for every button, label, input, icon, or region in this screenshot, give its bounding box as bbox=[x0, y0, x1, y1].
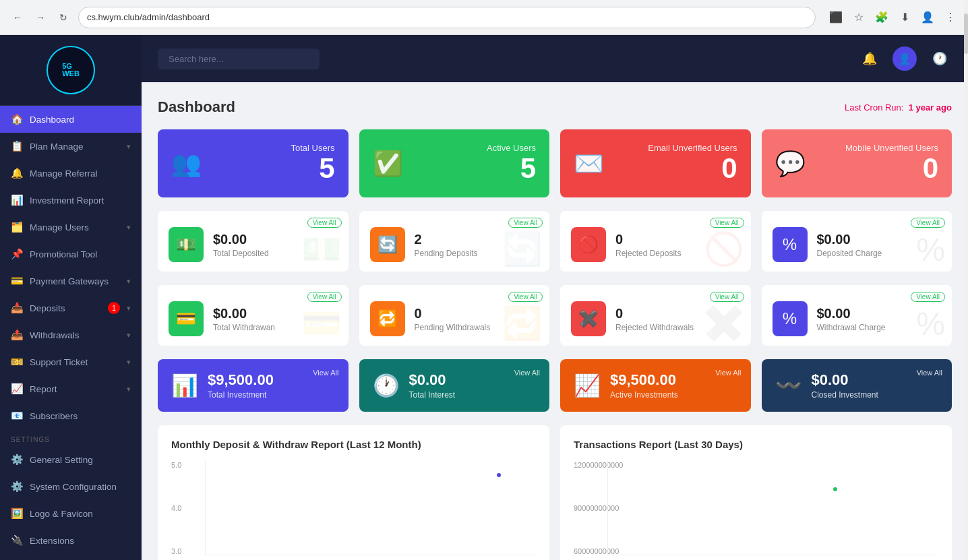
stat-icon-total-users: 👥 bbox=[171, 150, 202, 178]
stat-value-mobile-unverified: 0 bbox=[816, 153, 939, 184]
sidebar-item-logo-favicon[interactable]: 🖼️ Logo & Favicon bbox=[0, 500, 142, 527]
clock-icon[interactable]: 🕐 bbox=[928, 46, 952, 71]
stat-card-mobile-unverified: 💬 Mobile Unverified Users 0 bbox=[762, 129, 952, 197]
back-button[interactable]: ← bbox=[8, 8, 27, 27]
sidebar-item-payment-gateways[interactable]: 💳 Payment Gateways ▾ bbox=[0, 268, 142, 294]
nav-label-subscribers: Subscribers bbox=[30, 411, 131, 421]
metric-card-rejected-deposits: View All 🚫 0 Rejected Deposits 🚫 bbox=[560, 211, 751, 272]
nav-icon-plan-manage: 📋 bbox=[11, 140, 23, 152]
scrollbar-thumb[interactable] bbox=[964, 35, 968, 54]
settings-label-general-setting: General Setting bbox=[30, 455, 131, 465]
metric-bg-icon-deposited-charge: % bbox=[916, 231, 945, 268]
y-label: 5.0 bbox=[171, 461, 181, 469]
sidebar-item-general-setting[interactable]: ⚙️ General Setting bbox=[0, 446, 142, 473]
forward-button[interactable]: → bbox=[31, 8, 50, 27]
stat-info-total-users: Total Users 5 bbox=[212, 143, 335, 184]
refresh-button[interactable]: ↻ bbox=[54, 8, 73, 27]
invest-icon-active-investments: 📈 bbox=[574, 373, 601, 398]
invest-view-all-closed-investment[interactable]: View All bbox=[917, 369, 942, 377]
metric-icon-pending-deposits: 🔄 bbox=[370, 227, 405, 262]
profile-icon[interactable]: 👤 bbox=[918, 8, 937, 27]
nav-label-investment-report: Investment Report bbox=[30, 195, 131, 206]
invest-icon-total-investment: 📊 bbox=[171, 373, 198, 398]
page-title: Dashboard bbox=[158, 98, 235, 116]
investment-cards-row: 📊 $9,500.00 Total Investment View All 🕐 … bbox=[158, 359, 952, 412]
metric-bg-icon-pending-deposits: 🔄 bbox=[502, 230, 543, 268]
view-all-rejected-deposits[interactable]: View All bbox=[710, 218, 744, 228]
stat-value-active-users: 5 bbox=[414, 153, 537, 184]
star-icon[interactable]: ☆ bbox=[849, 8, 868, 27]
menu-icon[interactable]: ⋮ bbox=[941, 8, 960, 27]
metric-info-pending-withdrawals: 0 Pending Withdrawals bbox=[415, 306, 491, 332]
screenshot-icon[interactable]: ⬛ bbox=[826, 8, 845, 27]
metric-value-deposited-charge: $0.00 bbox=[817, 232, 882, 247]
stat-value-total-users: 5 bbox=[212, 153, 335, 184]
deposit-cards-row: View All 💵 $0.00 Total Deposited 💵 View … bbox=[158, 211, 952, 272]
nav-icon-dashboard: 🏠 bbox=[11, 113, 23, 125]
sidebar-item-dashboard[interactable]: 🏠 Dashboard bbox=[0, 106, 142, 133]
view-all-withdrawal-charge[interactable]: View All bbox=[911, 292, 945, 302]
invest-view-all-total-investment[interactable]: View All bbox=[313, 369, 338, 377]
sidebar-item-manage-referral[interactable]: 🔔 Manage Referral bbox=[0, 160, 142, 187]
sidebar-item-system-configuration[interactable]: ⚙️ System Configuration bbox=[0, 473, 142, 500]
view-all-deposited-charge[interactable]: View All bbox=[911, 218, 945, 228]
scrollbar-track[interactable] bbox=[964, 35, 968, 560]
view-all-pending-withdrawals[interactable]: View All bbox=[508, 292, 543, 302]
invest-view-all-total-interest[interactable]: View All bbox=[514, 369, 540, 377]
dashboard-area: Dashboard Last Cron Run: 1 year ago 👥 To… bbox=[142, 82, 968, 560]
cron-prefix: Last Cron Run: bbox=[845, 102, 903, 113]
transactions-chart-title: Transactions Report (Last 30 Days) bbox=[574, 439, 938, 450]
metric-card-total-withdrawan: View All 💳 $0.00 Total Withdrawan 💳 bbox=[158, 285, 349, 346]
invest-view-all-active-investments[interactable]: View All bbox=[715, 369, 741, 377]
invest-card-total-interest: 🕐 $0.00 Total Interest View All bbox=[359, 359, 550, 412]
sidebar-item-promotional-tool[interactable]: 📌 Promotional Tool bbox=[0, 241, 142, 268]
metric-value-total-withdrawan: $0.00 bbox=[213, 306, 275, 321]
view-all-pending-deposits[interactable]: View All bbox=[508, 218, 543, 228]
nav-label-report: Report bbox=[30, 384, 120, 394]
monthly-chart-area: 5.04.03.0 bbox=[171, 461, 536, 555]
invest-card-closed-investment: 〰️ $0.00 Closed Investment View All bbox=[762, 359, 952, 412]
sidebar-item-report[interactable]: 📈 Report ▾ bbox=[0, 375, 142, 402]
charts-row: Monthly Deposit & Withdraw Report (Last … bbox=[158, 425, 952, 560]
extensions-icon[interactable]: 🧩 bbox=[872, 8, 891, 27]
sidebar-item-support-ticket[interactable]: 🎫 Support Ticket ▾ bbox=[0, 348, 142, 375]
user-avatar[interactable]: 👤 bbox=[893, 46, 917, 71]
dash-header: Dashboard Last Cron Run: 1 year ago bbox=[158, 98, 952, 116]
sidebar-item-manage-users[interactable]: 🗂️ Manage Users ▾ bbox=[0, 214, 142, 241]
sidebar-item-subscribers[interactable]: 📧 Subscribers bbox=[0, 402, 142, 429]
stat-card-email-unverified: ✉️ Email Unverified Users 0 bbox=[560, 129, 751, 197]
settings-label-logo-favicon: Logo & Favicon bbox=[30, 509, 131, 519]
view-all-total-withdrawan[interactable]: View All bbox=[307, 292, 342, 302]
browser-nav-buttons: ← → ↻ bbox=[8, 8, 73, 27]
metric-card-deposited-charge: View All % $0.00 Deposited Charge % bbox=[762, 211, 952, 272]
sidebar-item-withdrawals[interactable]: 📤 Withdrawals ▾ bbox=[0, 321, 142, 348]
nav-icon-support-ticket: 🎫 bbox=[11, 356, 23, 368]
nav-label-dashboard: Dashboard bbox=[30, 115, 131, 125]
sidebar-item-deposits[interactable]: 📥 Deposits 1 ▾ bbox=[0, 294, 142, 321]
view-all-total-deposited[interactable]: View All bbox=[307, 218, 342, 228]
metric-info-total-deposited: $0.00 Total Deposited bbox=[213, 232, 269, 258]
sidebar-item-extensions[interactable]: 🔌 Extensions bbox=[0, 527, 142, 554]
metric-value-rejected-deposits: 0 bbox=[615, 232, 681, 247]
nav-badge-deposits: 1 bbox=[108, 302, 120, 314]
address-bar[interactable]: cs.hwym.club/admin/dashboard bbox=[78, 7, 816, 28]
metric-card-rejected-withdrawals: View All ✖️ 0 Rejected Withdrawals ✖️ bbox=[560, 285, 751, 346]
metric-bg-icon-total-deposited: 💵 bbox=[301, 230, 342, 268]
monthly-chart-card: Monthly Deposit & Withdraw Report (Last … bbox=[158, 425, 549, 560]
nav-icon-report: 📈 bbox=[11, 383, 23, 395]
notification-bell[interactable]: 🔔 bbox=[857, 46, 882, 71]
search-input[interactable] bbox=[158, 49, 320, 69]
invest-label-closed-investment: Closed Investment bbox=[812, 390, 939, 400]
download-icon[interactable]: ⬇ bbox=[895, 8, 914, 27]
sidebar-item-plan-manage[interactable]: 📋 Plan Manage ▾ bbox=[0, 133, 142, 160]
nav-label-promotional-tool: Promotional Tool bbox=[30, 249, 131, 259]
top-header: 🔔 👤 🕐 bbox=[142, 35, 968, 82]
settings-icon-general-setting: ⚙️ bbox=[11, 454, 23, 466]
stat-cards-row: 👥 Total Users 5 ✅ Active Users 5 ✉️ Emai… bbox=[158, 129, 952, 197]
nav-icon-withdrawals: 📤 bbox=[11, 329, 23, 341]
sidebar-item-investment-report[interactable]: 📊 Investment Report bbox=[0, 187, 142, 214]
sidebar-logo: 5GWEB bbox=[0, 35, 142, 106]
metric-icon-total-withdrawan: 💳 bbox=[169, 301, 204, 336]
view-all-rejected-withdrawals[interactable]: View All bbox=[710, 292, 744, 302]
metric-value-rejected-withdrawals: 0 bbox=[615, 306, 694, 321]
